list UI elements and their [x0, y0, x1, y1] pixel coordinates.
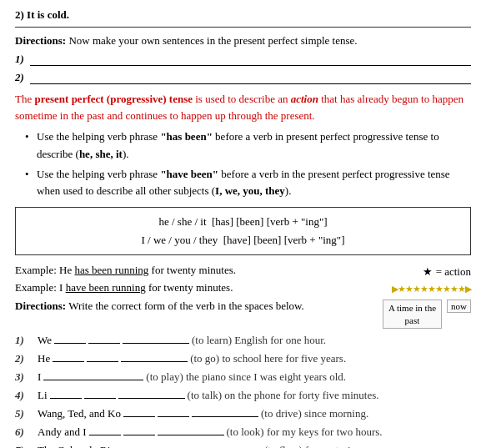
- ex-blank-5c[interactable]: [192, 405, 258, 417]
- fill-field-2[interactable]: [30, 71, 471, 84]
- exercise-6: 6) Andy and I (to look) for my keys for …: [15, 424, 471, 439]
- exercise-3: 3) I (to play) the piano since I was eig…: [15, 369, 471, 384]
- dir-write-text: Write the correct form of the verb in th…: [68, 300, 304, 312]
- ex-num-5: 5): [15, 407, 35, 420]
- ex-paren-4: (to talk) on the phone for forty five mi…: [188, 389, 379, 402]
- ex-subject-3: I: [38, 370, 41, 384]
- bullet-1-text: Use the helping verb phrase "has been" b…: [37, 128, 471, 164]
- example-1: Example: He has been running for twenty …: [15, 264, 236, 277]
- ex-blank-2a[interactable]: [53, 350, 84, 362]
- ex-blank-4b[interactable]: [84, 387, 116, 399]
- fill-field-1[interactable]: [30, 53, 471, 66]
- item-2-text: It is cold.: [27, 8, 69, 21]
- exercise-7: 7) The Colorado River (to flow) for cent…: [15, 442, 471, 448]
- formula-line-1: he / she / it [has] [been] [verb + "ing"…: [24, 213, 462, 231]
- ex-blank-6b[interactable]: [123, 424, 155, 435]
- ex-paren-2: (to go) to school here for five years.: [190, 352, 346, 365]
- ex-blank-1a[interactable]: [54, 332, 86, 344]
- directions-text: Now make your own sentences in the prese…: [68, 34, 357, 47]
- ex-paren-1: (to learn) English for one hour.: [192, 334, 326, 347]
- past-now-area: A time in thepast now: [383, 300, 471, 329]
- ex-subject-2: He: [38, 352, 50, 365]
- ex-blank-7b[interactable]: [161, 442, 193, 448]
- dir-write-label: Directions:: [15, 300, 66, 312]
- ex-paren-7: (to flow) for centuries.: [264, 444, 363, 448]
- bullet-1: • Use the helping verb phrase "has been"…: [25, 128, 471, 164]
- ex-subject-7: The Colorado River: [38, 444, 124, 448]
- red-paragraph: The present perfect (progressive) tense …: [15, 91, 471, 123]
- ex-paren-6: (to look) for my keys for two hours.: [227, 425, 383, 439]
- ex-blank-2c[interactable]: [121, 350, 188, 362]
- example-2-row: Example: I have been running for twenty …: [15, 281, 471, 297]
- exercise-2: 2) He (to go) to school here for five ye…: [15, 350, 471, 365]
- ex-blank-4c[interactable]: [118, 387, 185, 399]
- ex-blank-1b[interactable]: [88, 332, 120, 344]
- divider: [15, 27, 471, 28]
- timeline-stars: ▶★★★★★★★★★▶: [392, 284, 471, 294]
- directions-write-row: Directions: Write the correct form of th…: [15, 300, 471, 329]
- ex-num-7: 7): [15, 444, 35, 448]
- ex-blank-3a[interactable]: [43, 369, 143, 380]
- ex-subject-4: Li: [38, 389, 48, 402]
- star-label: ★ = action: [423, 265, 471, 279]
- ex-blank-6c[interactable]: [158, 424, 224, 435]
- ex-blank-4a[interactable]: [50, 387, 82, 399]
- ex-num-3: 3): [15, 370, 35, 384]
- past-box: A time in thepast: [383, 300, 442, 329]
- ex-num-6: 6): [15, 425, 35, 439]
- ex-blank-5b[interactable]: [158, 405, 189, 417]
- example-2: Example: I have been running for twenty …: [15, 281, 233, 294]
- bullet-list: • Use the helping verb phrase "has been"…: [25, 128, 471, 200]
- fill-line-2: 2): [15, 71, 471, 84]
- ex-blank-5a[interactable]: [123, 405, 155, 417]
- fill-num-2: 2): [15, 71, 30, 84]
- example-1-row: Example: He has been running for twenty …: [15, 264, 471, 279]
- ex-paren-3: (to play) the piano since I was eight ye…: [146, 370, 346, 384]
- bullet-2-text: Use the helping verb phrase "have been" …: [37, 166, 471, 201]
- exercises-list: 1) We (to learn) English for one hour. 2…: [15, 332, 471, 448]
- example-2-underline: have been running: [66, 281, 146, 294]
- ex-subject-1: We: [38, 334, 52, 347]
- exercise-5: 5) Wang, Ted, and Ko (to drive) since mo…: [15, 405, 471, 420]
- ex-blank-1c[interactable]: [123, 332, 189, 344]
- timeline-area: ▶★★★★★★★★★▶: [392, 284, 471, 294]
- example-1-underline: has been running: [74, 264, 148, 276]
- bullet-dot-1: •: [25, 128, 33, 164]
- ex-blank-7c[interactable]: [195, 442, 262, 448]
- bullet-2: • Use the helping verb phrase "have been…: [25, 166, 471, 201]
- formula-line-2: I / we / you / they [have] [been] [verb …: [24, 231, 462, 249]
- item-2-label: 2): [15, 8, 24, 21]
- ex-subject-6: Andy and I: [38, 425, 87, 439]
- exercise-1: 1) We (to learn) English for one hour.: [15, 332, 471, 347]
- ex-subject-5: Wang, Ted, and Ko: [38, 407, 121, 420]
- formula-box: he / she / it [has] [been] [verb + "ing"…: [15, 207, 471, 255]
- fill-num-1: 1): [15, 53, 30, 66]
- ex-num-1: 1): [15, 334, 35, 347]
- ex-num-4: 4): [15, 389, 35, 402]
- bullet-dot-2: •: [25, 166, 33, 201]
- ex-paren-5: (to drive) since morning.: [261, 407, 368, 420]
- fill-line-1: 1): [15, 53, 471, 66]
- item-2: 2) It is cold.: [15, 8, 471, 22]
- ex-blank-2b[interactable]: [87, 350, 118, 362]
- directions-present-perfect: Directions: Now make your own sentences …: [15, 34, 471, 48]
- exercise-4: 4) Li (to talk) on the phone for forty f…: [15, 387, 471, 402]
- ex-num-2: 2): [15, 352, 35, 365]
- directions-label: Directions:: [15, 34, 66, 47]
- ex-blank-7a[interactable]: [127, 442, 158, 448]
- now-box: now: [447, 300, 471, 313]
- ex-blank-6a[interactable]: [89, 424, 121, 435]
- directions-write: Directions: Write the correct form of th…: [15, 300, 383, 313]
